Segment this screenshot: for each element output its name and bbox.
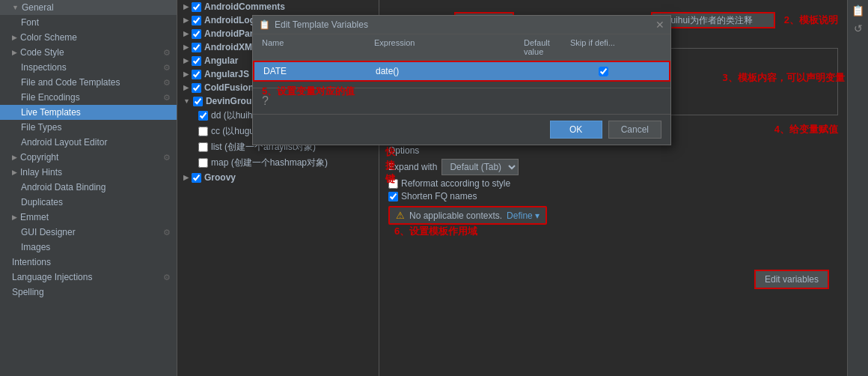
edit-template-variables-dialog: 📋 Edit Template Variables ✕ Name Express… [252,15,671,145]
sidebar-item-live-templates[interactable]: Live Templates [0,105,177,120]
main-content: ▶ AndroidComments ▶ AndroidLog ▶ Android… [177,0,868,376]
sidebar-item-emmet[interactable]: ▶ Emmet [0,210,177,225]
triangle-icon: ▶ [183,174,189,181]
sidebar-item-label: Inlay Hints [20,167,62,178]
cancel-button[interactable]: Cancel [608,121,661,139]
chevron-down-icon: ▼ [12,4,19,11]
group-android-comments[interactable]: ▶ AndroidComments [177,0,379,13]
sidebar-item-gui-designer[interactable]: GUI Designer ⚙ [0,225,177,240]
triangle-icon: ▶ [183,70,189,78]
no-context-text: No applicable contexts. [409,210,502,221]
settings-icon: ⚙ [163,93,171,103]
annotation-4: 4、给变量赋值 [774,123,838,136]
dialog-table-row[interactable]: DATE date() [253,61,670,82]
template-label: map (创建一个hashmap对象) [211,157,328,169]
sidebar-item-general[interactable]: ▼ General [0,0,177,15]
undo-button[interactable]: ↺ [851,21,866,36]
context-area: ⚠ No applicable contexts. Define ▾ 6、设置模… [388,206,838,225]
expand-with-select[interactable]: Default (Tab) [441,159,519,175]
chevron-right-icon: ▶ [12,49,17,56]
right-toolbar: 📋 ↺ [847,0,868,376]
sidebar-item-copyright[interactable]: ▶ Copyright ⚙ [0,150,177,165]
sidebar-item-duplicates[interactable]: Duplicates [0,195,177,210]
sidebar-item-spelling[interactable]: Spelling [0,285,177,300]
no-context-bar: ⚠ No applicable contexts. Define ▾ [388,206,547,225]
options-label: Options [388,145,838,156]
dialog-body: Name Expression Default value Skip if de… [253,34,670,145]
triangle-icon: ▶ [183,43,189,51]
settings-icon: ⚙ [163,273,171,282]
group-checkbox[interactable] [193,97,203,106]
define-link[interactable]: Define ▾ [507,210,540,221]
group-checkbox[interactable] [192,43,201,52]
shorten-fq-label: Shorten FQ names [401,191,477,201]
sidebar-item-android-layout-editor[interactable]: Android Layout Editor [0,135,177,150]
group-groovy[interactable]: ▶ Groovy [177,171,379,184]
triangle-icon: ▶ [183,57,189,64]
reformat-label: Reformat according to style [401,178,510,189]
chevron-right-icon: ▶ [12,154,17,161]
template-checkbox[interactable] [198,127,208,136]
group-label: AndroidXML [204,42,257,52]
sidebar-item-label: Copyright [20,152,58,163]
edit-variables-button[interactable]: Edit variables [754,270,829,289]
template-checkbox[interactable] [198,142,208,152]
dialog-close-button[interactable]: ✕ [655,19,664,31]
template-map[interactable]: map (创建一个hashmap对象) [177,155,379,171]
sidebar-item-color-scheme[interactable]: ▶ Color Scheme [0,30,177,45]
shorten-fq-row: Shorten FQ names [388,191,838,201]
copy-button[interactable]: 📋 [851,3,866,18]
annotation-5-container: 5、设置变量对应的值 [253,82,670,88]
col-name: Name [259,37,371,58]
col-expression: Expression [371,37,521,58]
sidebar-item-label: Intentions [12,257,51,267]
row-default-value [522,64,566,78]
dialog-title: 📋 Edit Template Variables [259,19,368,30]
group-label: AngularJS [204,69,249,79]
sidebar-item-font[interactable]: Font [0,15,177,30]
sidebar-item-label: File Types [21,122,61,133]
triangle-icon: ▶ [183,30,189,37]
settings-icon: ⚙ [163,48,171,58]
triangle-icon: ▼ [183,97,190,105]
group-label: ColdFusion [204,82,254,93]
settings-icon: ⚙ [163,78,171,88]
sidebar-item-code-style[interactable]: ▶ Code Style ⚙ [0,45,177,60]
sidebar-item-file-types[interactable]: File Types [0,120,177,135]
chevron-right-icon: ▶ [12,213,17,221]
template-checkbox[interactable] [198,158,208,168]
sidebar: ▼ General Font ▶ Color Scheme ▶ Code Sty… [0,0,177,376]
sidebar-item-android-data-binding[interactable]: Android Data Binding [0,180,177,195]
sidebar-item-intentions[interactable]: Intentions [0,255,177,270]
group-checkbox[interactable] [192,29,201,39]
sidebar-item-images[interactable]: Images [0,240,177,255]
group-checkbox[interactable] [192,2,201,12]
annotation-2: 2、模板说明 [784,13,838,27]
reformat-row: Reformat according to style [388,178,838,189]
skip-checkbox[interactable] [599,67,608,76]
annotation-5: 5、设置变量对应的值 [262,85,355,98]
group-checkbox[interactable] [192,16,201,25]
sidebar-item-inspections[interactable]: Inspections ⚙ [0,60,177,75]
group-checkbox[interactable] [192,70,201,79]
sidebar-item-label: Duplicates [21,197,63,207]
group-checkbox[interactable] [192,56,201,66]
sidebar-item-file-and-code-templates[interactable]: File and Code Templates ⚙ [0,75,177,90]
expand-with-row: Expand with Default (Tab) [388,159,838,175]
dialog-title-bar: 📋 Edit Template Variables ✕ [253,16,670,34]
row-expression: date() [373,64,522,78]
group-checkbox[interactable] [192,83,201,93]
sidebar-item-file-encodings[interactable]: File Encodings ⚙ [0,90,177,105]
ok-button[interactable]: OK [550,121,602,139]
sidebar-item-label: Language Injections [12,272,92,282]
sidebar-item-label: Color Scheme [20,32,77,43]
dialog-title-text: Edit Template Variables [275,19,368,30]
sidebar-item-inlay-hints[interactable]: ▶ Inlay Hints [0,165,177,180]
sidebar-item-label: General [22,2,54,13]
col-scrollbar [642,37,664,58]
group-label: AndroidLog [204,15,255,25]
template-checkbox[interactable] [198,111,208,121]
sidebar-item-language-injections[interactable]: Language Injections ⚙ [0,270,177,285]
group-checkbox[interactable] [192,173,201,183]
shorten-fq-checkbox[interactable] [388,192,398,201]
